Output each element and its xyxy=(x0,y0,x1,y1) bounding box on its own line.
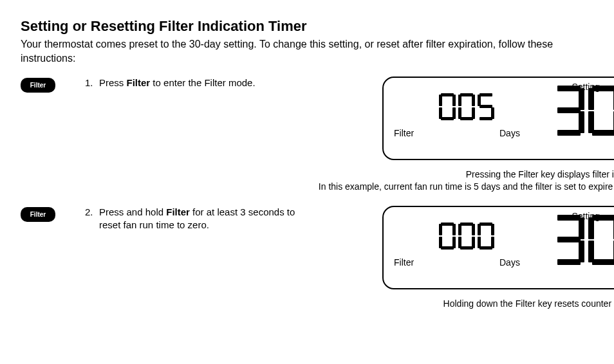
page-title: Setting or Resetting Filter Indication T… xyxy=(21,18,593,35)
step-text-bold: Filter xyxy=(127,77,151,88)
step-number: 1. xyxy=(85,77,99,89)
lcd-setting-value xyxy=(554,86,614,136)
step-number: 2. xyxy=(85,206,99,232)
step-text-part: to enter the Filter mode. xyxy=(150,77,255,88)
caption-line: Holding down the Filter key resets count… xyxy=(443,298,614,309)
intro-text: Your thermostat comes preset to the 30-d… xyxy=(21,37,593,65)
lcd-filter-label: Filter xyxy=(394,257,414,268)
step-text-bold: Filter xyxy=(166,206,190,217)
lcd-display: Setting Filter Days xyxy=(382,206,614,289)
step-text: Press and hold Filter for at least 3 sec… xyxy=(99,206,304,232)
step-row: Filter 1. Press Filter to enter the Filt… xyxy=(21,77,593,202)
lcd-days-label: Days xyxy=(499,128,520,138)
lcd-setting-value xyxy=(554,215,614,265)
step-row: Filter 2. Press and hold Filter for at l… xyxy=(21,206,593,319)
figure-caption: Holding down the Filter key resets count… xyxy=(312,298,614,310)
caption-line: In this example, current fan run time is… xyxy=(319,181,614,192)
step-text-part: Press and hold xyxy=(99,206,166,217)
lcd-display: Setting Filter Days xyxy=(382,77,614,160)
figure-caption: Pressing the Filter key displays filter … xyxy=(312,168,614,193)
lcd-days-label: Days xyxy=(499,257,520,268)
figure-id: M14578 xyxy=(380,289,614,298)
lcd-days-value xyxy=(439,93,494,120)
lcd-filter-label: Filter xyxy=(394,128,414,138)
step-text: Press Filter to enter the Filter mode. xyxy=(99,77,304,89)
figure-id: M14577 xyxy=(380,160,614,168)
step-text-part: Press xyxy=(99,77,127,88)
lcd-days-value xyxy=(439,223,494,250)
filter-button-icon: Filter xyxy=(21,78,55,93)
caption-line: Pressing the Filter key displays filter … xyxy=(466,169,614,179)
filter-button-icon: Filter xyxy=(21,207,55,222)
